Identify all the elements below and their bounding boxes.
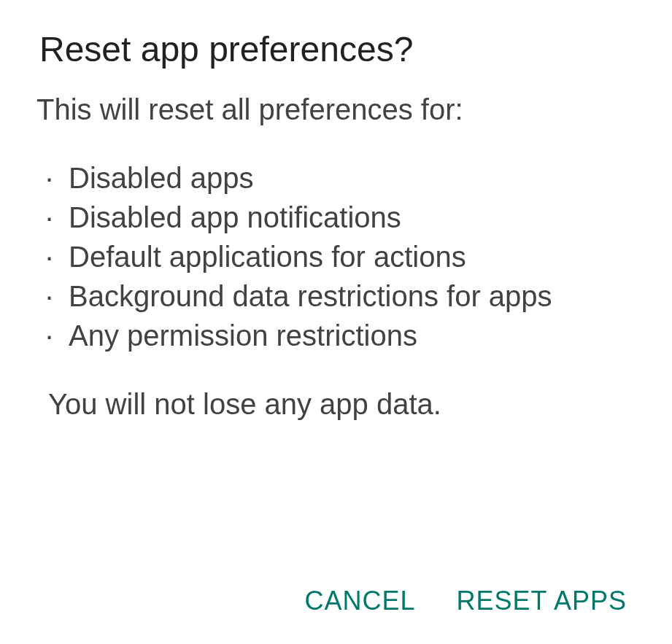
dialog-intro-text: This will reset all preferences for: [36,90,636,129]
list-item: Any permission restrictions [36,316,636,355]
cancel-button[interactable]: CANCEL [302,580,419,622]
list-item: Disabled apps [36,158,636,198]
dialog-actions: CANCEL RESET APPS [36,580,636,622]
dialog-footer-text: You will not lose any app data. [36,384,636,424]
list-item: Disabled app notifications [36,198,636,237]
reset-apps-button[interactable]: RESET APPS [454,580,630,622]
dialog-body: This will reset all preferences for: Dis… [36,90,636,551]
list-item: Background data restrictions for apps [36,276,636,316]
dialog-bullet-list: Disabled apps Disabled app notifications… [36,158,636,355]
dialog-title: Reset app preferences? [39,29,636,69]
list-item: Default applications for actions [36,237,636,276]
